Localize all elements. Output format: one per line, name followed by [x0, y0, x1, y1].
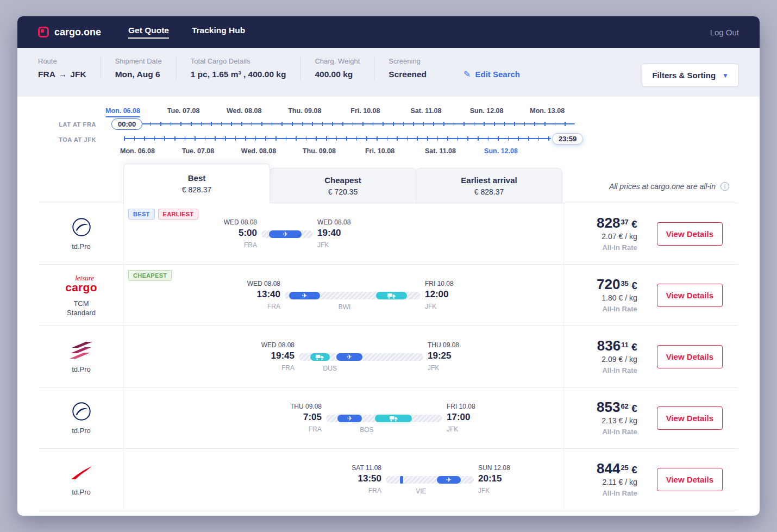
- product-line: td.Pro: [72, 487, 91, 497]
- tab-best[interactable]: Best€ 828.37: [123, 164, 270, 203]
- cargo-details-label: Total Cargo Details: [191, 57, 286, 65]
- price-block: 84425 €2.11 € / kgAll-In Rate: [597, 461, 637, 497]
- screening-field: Screening Screened: [388, 57, 441, 79]
- airline-cell: td.Pro: [39, 326, 124, 387]
- result-row: leisurecargoTCMStandardCHEAPESTWED 08.08…: [39, 265, 738, 326]
- departure-date: WED 08.08: [215, 218, 257, 226]
- result-row: td.ProSAT 11.0813:50FRA✈VIESUN 12.0820:1…: [39, 449, 738, 510]
- arrival-info: FRI 10.0817:00JFK: [447, 403, 489, 433]
- departure-info: SAT 11.0813:50FRA: [339, 464, 381, 495]
- info-icon[interactable]: i: [720, 182, 729, 191]
- departure-date: WED 08.08: [252, 341, 294, 349]
- shipment-date-value: Mon, Aug 6: [115, 70, 162, 79]
- departure-info: THU 09.087:05FRA: [279, 403, 322, 433]
- airline-cell: td.Pro: [39, 387, 124, 448]
- toa-time-handle[interactable]: 23:59: [552, 133, 583, 145]
- price-amount: 82837 €: [597, 216, 637, 230]
- view-details-button[interactable]: View Details: [657, 345, 723, 368]
- arrival-info: SUN 12.0820:15JFK: [478, 464, 521, 495]
- product-name: TCMStandard: [67, 299, 96, 317]
- lat-time-handle[interactable]: 00:00: [111, 118, 142, 130]
- flight-bar: ✈: [299, 353, 423, 361]
- timeline-top-date-wed-08-08: Wed. 08.08: [227, 107, 261, 115]
- all-in-rate-label: All-In Rate: [597, 428, 637, 436]
- cheapest-badge: CHEAPEST: [128, 270, 172, 281]
- price-amount: 85362 €: [597, 400, 637, 414]
- departure-airport: FRA: [252, 364, 294, 372]
- cargo-details-value: 1 pc, 1.65 m³ , 400.00 kg: [191, 70, 286, 79]
- flight-bar-box: ✈BWI: [285, 292, 421, 310]
- all-in-rate-label: All-In Rate: [597, 305, 637, 313]
- departure-time: 19:45: [252, 350, 294, 362]
- all-in-note-text: All prices at cargo.one are all-in: [609, 182, 716, 191]
- chargeable-weight-label: Charg. Weight: [315, 57, 360, 65]
- rate-per-kg: 2.11 € / kg: [597, 478, 637, 486]
- truck-segment: [376, 292, 408, 299]
- arrival-airport: JFK: [425, 303, 467, 310]
- truck-segment: [310, 353, 330, 361]
- top-navbar: cargo.one Get QuoteTracking Hub Log Out: [17, 16, 760, 48]
- timeline-top-dates: Mon. 06.08Tue. 07.08Wed. 08.08Thu. 09.08…: [17, 107, 760, 117]
- departure-airport: FRA: [339, 487, 381, 495]
- earliest-badge: EARLIEST: [158, 209, 199, 220]
- tab-cheapest[interactable]: Cheapest€ 720.35: [270, 168, 416, 203]
- departure-date: WED 08.08: [238, 280, 280, 287]
- departure-date: SAT 11.08: [339, 464, 381, 472]
- arrival-airport: JFK: [428, 364, 470, 372]
- product-line: TCM: [67, 299, 96, 308]
- timeline-top-date-thu-09-08: Thu. 09.08: [288, 107, 321, 115]
- view-details-button[interactable]: View Details: [657, 284, 723, 307]
- timeline-bottom-date-fri-10-08: Fri. 10.08: [365, 147, 394, 155]
- flight-bar: ✈: [261, 230, 313, 238]
- edit-search-label: Edit Search: [475, 70, 521, 79]
- arrival-airport: JFK: [447, 425, 489, 433]
- price-cell: 85362 €2.13 € / kgAll-In RateView Detail…: [564, 387, 738, 448]
- departure-airport: FRA: [279, 425, 322, 433]
- price-cell: 83611 €2.09 € / kgAll-In RateView Detail…: [564, 326, 738, 387]
- departure-time: 13:50: [339, 473, 381, 485]
- arrival-info: WED 08.0819:40JFK: [317, 218, 360, 249]
- price-decimals: 35: [621, 279, 628, 287]
- nav-item-tracking-hub[interactable]: Tracking Hub: [192, 26, 245, 39]
- filters-sorting-button[interactable]: Filters & Sorting ▼: [642, 64, 739, 87]
- price-cell: 82837 €2.07 € / kgAll-In RateView Detail…: [564, 203, 738, 264]
- price-block: 83611 €2.09 € / kgAll-In Rate: [597, 339, 637, 374]
- flight-bar-box: ✈BOS: [326, 415, 442, 433]
- product-line: td.Pro: [72, 426, 91, 435]
- arrival-time: 19:25: [428, 350, 470, 362]
- austrian-logo-icon: [70, 462, 93, 484]
- nav-item-get-quote[interactable]: Get Quote: [128, 26, 169, 39]
- route-field: Route FRA→JFK: [38, 57, 101, 79]
- toa-slider-track[interactable]: [124, 136, 551, 141]
- lat-slider-track[interactable]: [140, 121, 575, 127]
- flight-itinerary: WED 08.0819:45FRA✈DUSTHU 09.0819:25JFK: [252, 341, 470, 372]
- price-integer: 828: [597, 215, 620, 231]
- arrival-time: 19:40: [317, 227, 360, 239]
- product-line: td.Pro: [72, 242, 91, 251]
- timeline-top-date-fri-10-08: Fri. 10.08: [350, 107, 380, 115]
- cargo-details-field: Total Cargo Details 1 pc, 1.65 m³ , 400.…: [191, 57, 301, 79]
- view-details-button[interactable]: View Details: [657, 222, 723, 246]
- sort-tabs-row: Best€ 828.37Cheapest€ 720.35Earliest arr…: [17, 165, 760, 203]
- edit-search-link[interactable]: ✎ Edit Search: [463, 69, 520, 79]
- logout-link[interactable]: Log Out: [710, 28, 739, 37]
- all-in-note: All prices at cargo.one are all-in i: [609, 182, 729, 191]
- brand: cargo.one: [38, 27, 101, 38]
- result-row: td.ProTHU 09.087:05FRA✈BOSFRI 10.0817:00…: [39, 387, 738, 449]
- price-amount: 84425 €: [597, 461, 637, 475]
- product-line: Standard: [67, 308, 96, 317]
- stop-airport: BWI: [339, 303, 351, 311]
- arrival-date: SUN 12.08: [478, 464, 521, 472]
- price-block: 82837 €2.07 € / kgAll-In Rate: [597, 216, 637, 252]
- airline-cell: td.Pro: [39, 203, 124, 264]
- price-decimals: 11: [621, 341, 629, 349]
- route-label: Route: [38, 57, 86, 65]
- price-integer: 720: [597, 276, 620, 292]
- lat-at-fra-label: LAT AT FRA: [39, 121, 96, 128]
- view-details-button[interactable]: View Details: [657, 406, 723, 430]
- timeline-bottom-date-thu-09-08: Thu. 09.08: [303, 147, 336, 155]
- plane-segment: ✈: [289, 292, 321, 299]
- view-details-button[interactable]: View Details: [657, 468, 723, 491]
- tab-earliest-arrival[interactable]: Earliest arrival€ 828.37: [416, 168, 562, 203]
- flight-itinerary: WED 08.0813:40FRA✈BWIFRI 10.0812:00JFK: [238, 280, 467, 310]
